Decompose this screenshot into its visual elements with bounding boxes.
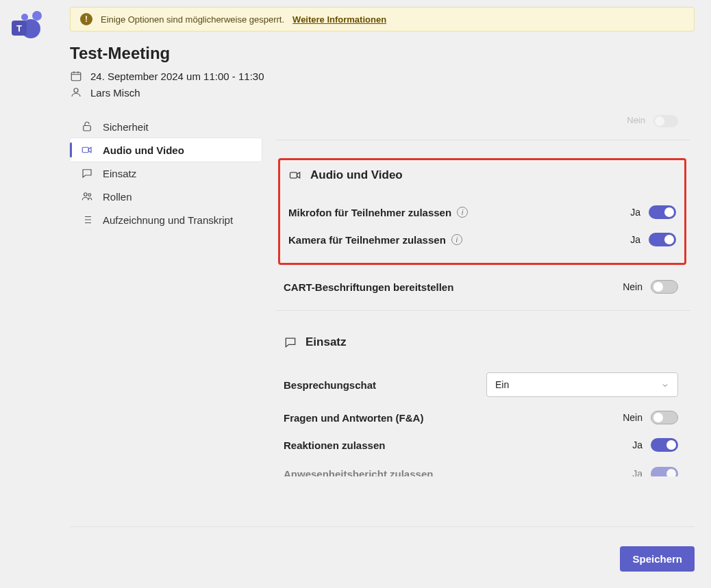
svg-rect-3 — [82, 147, 88, 153]
sidebar-item-engagement[interactable]: Einsatz — [70, 162, 262, 185]
camera-allow-toggle[interactable] — [649, 233, 676, 246]
partial-row-above: Nein — [275, 115, 690, 137]
settings-sidebar: Sicherheit Audio und Video Einsatz Rolle… — [70, 115, 262, 526]
calendar-icon — [70, 70, 82, 82]
sidebar-item-label: Sicherheit — [103, 121, 149, 133]
meeting-chat-value: Ein — [495, 379, 509, 390]
banner-text: Einige Optionen sind möglicherweise gesp… — [101, 14, 284, 25]
sidebar-item-audio-video[interactable]: Audio und Video — [70, 138, 262, 162]
lock-icon — [81, 120, 93, 133]
meeting-datetime: 24. September 2024 um 11:00 - 11:30 — [90, 71, 264, 82]
svg-point-1 — [74, 88, 78, 92]
sidebar-item-label: Einsatz — [103, 168, 136, 179]
people-icon — [81, 190, 93, 203]
info-icon[interactable]: i — [457, 207, 468, 218]
cart-captions-toggle[interactable] — [651, 280, 678, 294]
banner-more-info-link[interactable]: Weitere Informationen — [292, 14, 386, 25]
chevron-down-icon — [661, 381, 669, 389]
reactions-toggle[interactable] — [651, 438, 678, 452]
camera-state-text: Ja — [630, 234, 640, 245]
meeting-title: Test-Meeting — [70, 44, 695, 63]
info-icon[interactable]: i — [451, 234, 462, 245]
qa-label: Fragen und Antworten (F&A) — [284, 412, 423, 424]
sidebar-item-label: Rollen — [103, 191, 132, 203]
sidebar-item-label: Audio und Video — [103, 144, 184, 156]
sidebar-item-label: Aufzeichnung und Transkript — [103, 214, 233, 226]
section-divider — [275, 140, 690, 140]
app-rail: T — [0, 0, 53, 588]
person-icon — [70, 86, 82, 99]
qa-state-text: Nein — [623, 412, 643, 423]
video-icon — [81, 144, 93, 156]
meeting-chat-select[interactable]: Ein — [486, 372, 678, 397]
svg-rect-0 — [71, 73, 81, 81]
toggle-stub[interactable] — [653, 115, 678, 127]
cart-state-text: Nein — [623, 281, 643, 292]
sidebar-item-security[interactable]: Sicherheit — [70, 115, 262, 138]
section-heading-audio-video: Audio und Video — [310, 168, 403, 182]
warning-banner: ! Einige Optionen sind möglicherweise ge… — [70, 7, 695, 31]
attendance-label: Anwesenheitsbericht zulassen — [284, 468, 433, 477]
camera-allow-label: Kamera für Teilnehmer zulassen — [288, 234, 446, 246]
section-heading-engagement: Einsatz — [305, 335, 347, 349]
chat-icon — [284, 335, 297, 349]
warning-icon: ! — [80, 13, 92, 25]
meeting-header: Test-Meeting 24. September 2024 um 11:00… — [70, 44, 695, 103]
highlight-audio-video: Audio und Video Mikrofon für Teilnehmer … — [278, 158, 686, 265]
save-button[interactable]: Speichern — [620, 546, 695, 572]
reactions-state-text: Ja — [632, 439, 643, 450]
teams-logo: T — [12, 11, 42, 41]
qa-toggle[interactable] — [651, 411, 678, 424]
sidebar-item-recording[interactable]: Aufzeichnung und Transkript — [70, 208, 262, 231]
video-icon — [288, 168, 302, 182]
meeting-chat-label: Besprechungschat — [284, 379, 376, 391]
attendance-state-text: Ja — [632, 468, 643, 476]
svg-rect-2 — [84, 126, 91, 131]
mic-allow-toggle[interactable] — [649, 205, 676, 219]
mic-allow-label: Mikrofon für Teilnehmer zulassen — [288, 207, 451, 218]
list-icon — [81, 214, 93, 226]
svg-rect-6 — [290, 172, 297, 178]
svg-point-4 — [84, 193, 88, 196]
svg-point-5 — [88, 194, 91, 196]
reactions-label: Reaktionen zulassen — [284, 439, 385, 451]
footer: Speichern — [70, 526, 695, 572]
chat-icon — [81, 167, 93, 179]
cart-captions-label: CART-Beschriftungen bereitstellen — [284, 281, 453, 293]
meeting-organizer: Lars Misch — [90, 87, 140, 99]
sidebar-item-roles[interactable]: Rollen — [70, 185, 262, 208]
mic-state-text: Ja — [630, 207, 640, 218]
attendance-toggle[interactable] — [651, 467, 678, 476]
